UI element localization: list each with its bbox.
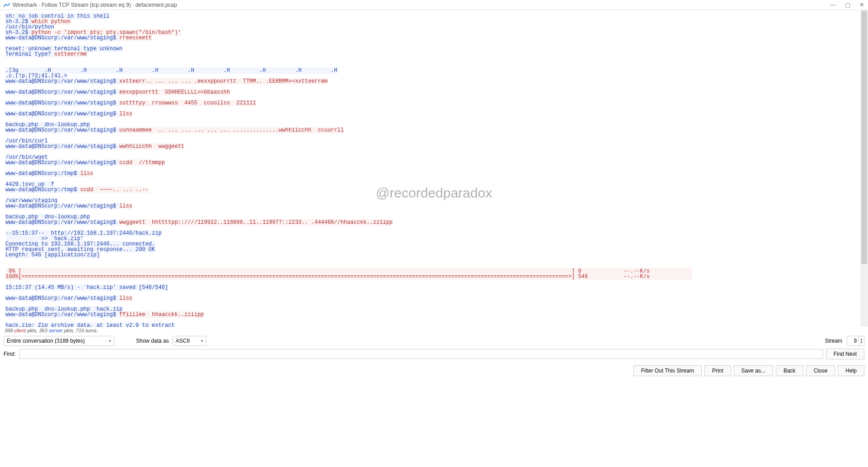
minimize-button[interactable]: — — [830, 1, 836, 8]
client-text: eexxppoorrtt SSHHEELLLL==bbaasshh — [119, 89, 230, 95]
stream-spinner[interactable]: 9 ▲▼ — [847, 336, 864, 346]
find-next-button[interactable]: Find Next — [826, 349, 864, 359]
server-text: 15:15:37 (14.45 MB/s) - `hack.zip' saved… — [5, 284, 168, 291]
packet-stats: 399 client pkts, 363 server pkts, 715 tu… — [0, 327, 868, 334]
stream-content[interactable]: @recordedparadoxsh: no job control in th… — [0, 10, 868, 327]
dialog-buttons: Filter Out This Stream Print Save as... … — [0, 362, 868, 380]
scrollbar-thumb[interactable] — [861, 11, 867, 264]
show-data-as-value: ASCII — [176, 338, 190, 344]
client-text: wwggeett hhttttpp::////119922..116688..1… — [119, 219, 393, 226]
client-text: 100%[===================================… — [5, 274, 692, 280]
server-text: www-data@DNScorp:/var/www/staging$ — [5, 203, 119, 209]
server-text: www-data@DNScorp:/var/www/staging$ — [5, 311, 119, 318]
maximize-button[interactable]: ▢ — [845, 1, 850, 8]
client-text: xxtteerr.. ... ... ... .eexxppoorrtt TTM… — [119, 78, 328, 85]
window-controls: — ▢ ✕ — [830, 1, 864, 8]
client-text: ccdd //ttmmpp — [119, 160, 165, 166]
conversation-select[interactable]: Entire conversation (3189 bytes) — [4, 336, 114, 346]
print-button[interactable]: Print — [704, 365, 731, 376]
find-row: Find: Find Next — [0, 348, 868, 362]
client-text: llss — [119, 295, 132, 302]
help-button[interactable]: Help — [838, 365, 864, 376]
server-text: www-data@DNScorp:/var/www/staging$ — [5, 219, 119, 226]
client-text: uunnaammee .. ... ... ... ... ... ......… — [119, 127, 344, 133]
wireshark-icon — [4, 2, 10, 8]
back-button[interactable]: Back — [776, 365, 803, 376]
client-text: xxtteerrmm — [54, 51, 87, 57]
client-text: ssttttyy rroowwss 4455 ccoollss 221111 — [119, 100, 256, 106]
window-title: Wireshark · Follow TCP Stream (tcp.strea… — [13, 2, 830, 8]
client-text: ffiillee hhaacckk..zziipp — [119, 311, 204, 318]
stream-label: Stream — [825, 338, 842, 344]
server-text: www-data@DNScorp:/var/www/staging$ — [5, 160, 119, 166]
titlebar: Wireshark · Follow TCP Stream (tcp.strea… — [0, 0, 868, 10]
save-as-button[interactable]: Save as... — [734, 365, 773, 376]
show-data-as-label: Show data as — [136, 338, 169, 344]
find-input[interactable] — [19, 349, 823, 359]
controls-row: Entire conversation (3189 bytes) Show da… — [0, 334, 868, 348]
client-text: llss — [80, 170, 94, 177]
server-text: www-data@DNScorp:/tmp$ — [5, 170, 80, 177]
server-text: hack.zip: Zip archive data, at least v2.… — [5, 322, 174, 327]
server-text: www-data@DNScorp:/var/www/staging$ — [5, 295, 119, 302]
show-data-as-select[interactable]: ASCII — [173, 336, 206, 346]
spinner-arrows[interactable]: ▲▼ — [859, 338, 864, 344]
find-label: Find: — [4, 351, 16, 357]
client-text: wwhhiicchh wwggeett — [119, 143, 184, 150]
server-text: Terminal type? — [5, 51, 54, 57]
server-text: www-data@DNScorp:/var/www/staging$ — [5, 89, 119, 95]
conversation-value: Entire conversation (3189 bytes) — [7, 338, 85, 344]
chevron-up-icon[interactable]: ▲ — [860, 338, 863, 341]
client-text: ccdd ~~~~.. ... ..-- — [80, 187, 149, 193]
server-text: Length: 546 [application/zip] — [5, 252, 100, 258]
close-window-button[interactable]: ✕ — [859, 1, 864, 8]
watermark: @recordedparadox — [376, 186, 492, 200]
chevron-down-icon[interactable]: ▼ — [860, 341, 863, 344]
close-button[interactable]: Close — [806, 365, 835, 376]
client-text: llss — [119, 203, 132, 209]
server-text: www-data@DNScorp:/var/www/staging$ — [5, 111, 119, 117]
client-text: rreesseett — [119, 35, 152, 41]
stream-value: 9 — [847, 336, 859, 345]
server-text: www-data@DNScorp:/var/www/staging$ — [5, 143, 119, 150]
server-text: www-data@DNScorp:/var/www/staging$ — [5, 78, 119, 85]
server-text: www-data@DNScorp:/var/www/staging$ — [5, 100, 119, 106]
filter-out-stream-button[interactable]: Filter Out This Stream — [633, 365, 702, 376]
server-text: www-data@DNScorp:/var/www/staging$ — [5, 35, 119, 41]
scrollbar-vertical[interactable] — [860, 10, 868, 327]
client-text: llss — [119, 111, 132, 117]
server-text: www-data@DNScorp:/var/www/staging$ — [5, 127, 119, 133]
server-text: www-data@DNScorp:/tmp$ — [5, 187, 80, 193]
